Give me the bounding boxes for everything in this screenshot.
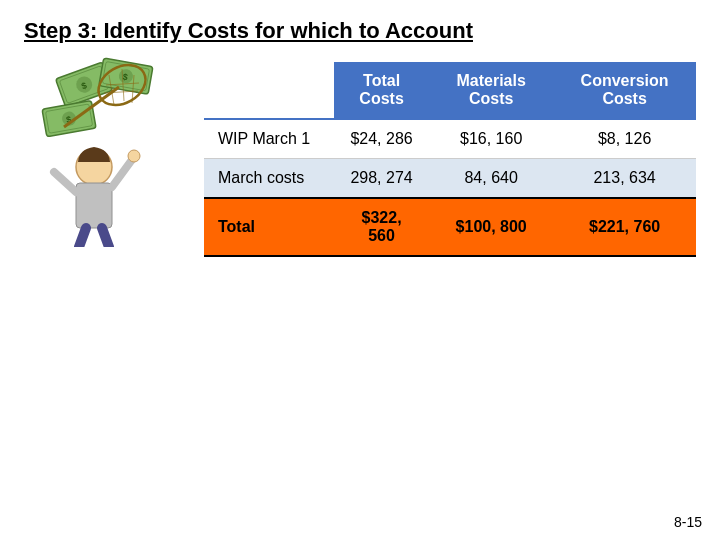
content-area: $ $ $ <box>24 52 696 528</box>
total-materials: $100, 800 <box>429 198 553 256</box>
header-conversion-costs: Conversion Costs <box>553 62 696 119</box>
svg-point-23 <box>128 150 140 162</box>
table-row-march: March costs 298, 274 84, 640 213, 634 <box>204 159 696 199</box>
table-row-wip: WIP March 1 $24, 286 $16, 160 $8, 126 <box>204 119 696 159</box>
header-materials-costs: Materials Costs <box>429 62 553 119</box>
svg-rect-20 <box>76 183 112 228</box>
total-label: Total <box>204 198 334 256</box>
svg-line-21 <box>54 172 76 192</box>
wip-march-total: $24, 286 <box>334 119 429 159</box>
costs-table: Total Costs Materials Costs Conversion C… <box>204 62 696 257</box>
wip-march-label: WIP March 1 <box>204 119 334 159</box>
total-total: $322, 560 <box>334 198 429 256</box>
wip-march-conversion: $8, 126 <box>553 119 696 159</box>
illustration: $ $ $ <box>24 52 204 252</box>
svg-line-24 <box>79 228 86 247</box>
march-costs-materials: 84, 640 <box>429 159 553 199</box>
march-costs-label: March costs <box>204 159 334 199</box>
wip-march-materials: $16, 160 <box>429 119 553 159</box>
header-total-costs: Total Costs <box>334 62 429 119</box>
table-area: Total Costs Materials Costs Conversion C… <box>204 62 696 257</box>
table-row-total: Total $322, 560 $100, 800 $221, 760 <box>204 198 696 256</box>
page-container: Step 3: Identify Costs for which to Acco… <box>0 0 720 540</box>
march-costs-conversion: 213, 634 <box>553 159 696 199</box>
march-costs-total: 298, 274 <box>334 159 429 199</box>
svg-line-25 <box>102 228 109 247</box>
total-conversion: $221, 760 <box>553 198 696 256</box>
page-number: 8-15 <box>674 514 702 530</box>
page-title: Step 3: Identify Costs for which to Acco… <box>24 18 696 44</box>
